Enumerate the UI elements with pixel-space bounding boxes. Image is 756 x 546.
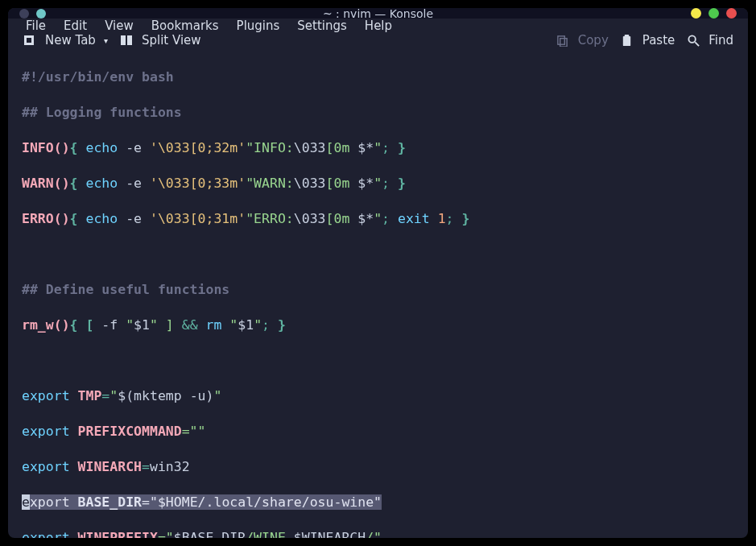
svg-rect-4 <box>558 35 564 43</box>
menu-bookmarks[interactable]: Bookmarks <box>151 19 219 33</box>
new-tab-label: New Tab <box>45 33 96 48</box>
find-label: Find <box>708 33 733 48</box>
flag: -f <box>101 317 126 333</box>
str: " <box>126 317 134 333</box>
str: " <box>150 494 158 510</box>
subsh: ) <box>206 388 214 403</box>
kw: export <box>22 424 78 439</box>
menu-help[interactable]: Help <box>365 19 392 33</box>
esc: \033 <box>294 176 326 191</box>
var: $* <box>357 140 374 155</box>
copy-icon <box>556 33 570 48</box>
paste-icon <box>620 33 634 48</box>
var: $BASE_DIR <box>174 530 246 538</box>
fn-name: INFO() <box>22 140 70 155</box>
str: " <box>109 388 118 403</box>
menu-settings[interactable]: Settings <box>297 19 347 33</box>
code-shebang: #!/usr/bin/env bash <box>22 69 174 85</box>
str: " <box>374 176 382 191</box>
kw: export <box>22 459 78 474</box>
op: && <box>182 317 206 333</box>
str: '\033[0;31m' <box>150 211 246 226</box>
str: [0m <box>326 140 358 155</box>
maximize-button[interactable] <box>708 8 719 19</box>
str: /" <box>366 530 382 538</box>
brace: } <box>398 140 406 155</box>
cmd: echo <box>78 211 126 226</box>
var: $1 <box>238 317 254 333</box>
copy-button[interactable]: Copy <box>556 33 609 48</box>
brace: { <box>70 176 78 191</box>
punc: = <box>142 459 150 474</box>
menu-edit[interactable]: Edit <box>64 19 87 33</box>
svg-point-8 <box>688 35 695 42</box>
var: $1 <box>134 317 150 333</box>
cursor: e <box>22 494 30 510</box>
subsh: $( <box>118 388 134 403</box>
str: /WINE. <box>246 530 294 538</box>
titlebar-left-controls <box>19 9 46 19</box>
esc: \033 <box>294 140 326 155</box>
flag: -e <box>126 211 150 226</box>
paste-label: Paste <box>642 33 675 48</box>
new-tab-button[interactable]: New Tab ▾ <box>23 33 108 48</box>
split-view-button[interactable]: Split View <box>119 33 201 48</box>
str: [0m <box>326 211 358 226</box>
brace: { [ <box>70 317 102 333</box>
find-button[interactable]: Find <box>686 33 733 48</box>
str: '\033[0;32m' <box>150 140 246 155</box>
punc: ; <box>382 211 398 226</box>
punc: = <box>142 494 150 510</box>
close-button[interactable] <box>726 8 737 19</box>
menu-plugins[interactable]: Plugins <box>237 19 280 33</box>
titlebar-dot-icon <box>19 9 29 19</box>
konsole-window: ~ : nvim — Konsole File Edit View Bookma… <box>8 8 748 538</box>
svg-line-9 <box>695 42 699 46</box>
var: WINEPREFIX <box>78 530 158 538</box>
copy-label: Copy <box>578 33 609 48</box>
str: /.local/share/osu-wine" <box>198 494 382 510</box>
fn-name: WARN() <box>22 176 70 191</box>
punc: = <box>101 388 109 403</box>
str: " <box>213 388 221 403</box>
var: $* <box>357 211 374 226</box>
kw: export <box>22 388 78 403</box>
code-comment: ## Define useful functions <box>22 282 229 297</box>
kw: xport <box>30 494 78 510</box>
var: PREFIXCOMMAND <box>78 424 182 439</box>
str: "WARN: <box>246 176 294 191</box>
flag: -e <box>126 140 150 155</box>
editor-area[interactable]: #!/usr/bin/env bash ## Logging functions… <box>8 48 748 538</box>
paste-button[interactable]: Paste <box>620 33 675 48</box>
cmd: echo <box>78 140 126 155</box>
brace: } <box>461 211 469 226</box>
toolbar: New Tab ▾ Split View Copy Paste F <box>8 33 748 48</box>
str: ="" <box>182 424 206 439</box>
titlebar: ~ : nvim — Konsole <box>8 8 748 19</box>
punc: ; <box>262 317 278 333</box>
brace: } <box>278 317 286 333</box>
menu-view[interactable]: View <box>105 19 134 33</box>
str: '\033[0;33m' <box>150 176 246 191</box>
menu-file[interactable]: File <box>26 19 46 33</box>
var: $* <box>357 176 374 191</box>
kw: export <box>22 530 78 538</box>
str: "INFO: <box>246 140 294 155</box>
traffic-lights <box>691 8 737 19</box>
split-view-label: Split View <box>142 33 201 48</box>
fn-name: ERRO() <box>22 211 70 226</box>
str: " <box>254 317 262 333</box>
svg-rect-3 <box>127 35 132 45</box>
var: WINEARCH <box>78 459 142 474</box>
punc: ; <box>382 140 398 155</box>
selected-line: export BASE_DIR="$HOME/.local/share/osu-… <box>10 494 746 511</box>
str: " <box>229 317 238 333</box>
var: $WINEARCH <box>294 530 366 538</box>
brace: } <box>398 176 406 191</box>
var: BASE_DIR <box>78 494 142 510</box>
punc: ; <box>446 211 462 226</box>
str: " <box>374 140 382 155</box>
minimize-button[interactable] <box>691 8 701 19</box>
punc: ; <box>382 176 398 191</box>
fn-name: rm_w() <box>22 317 70 333</box>
